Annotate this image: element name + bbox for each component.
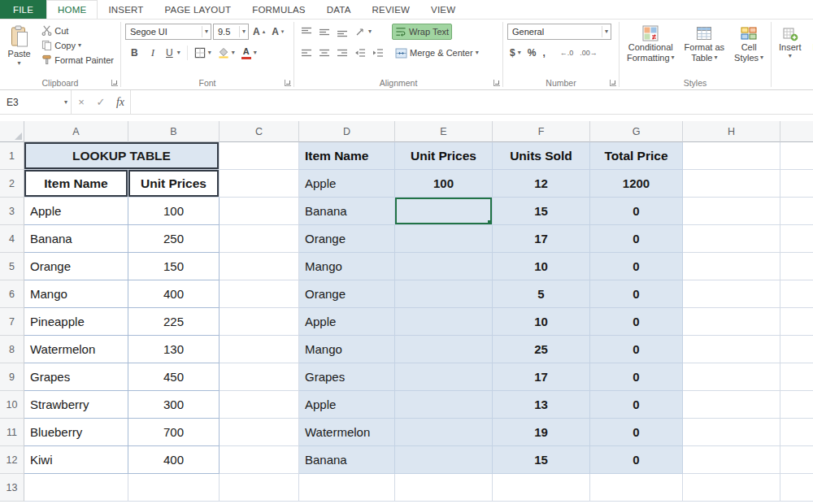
cell-G4[interactable]: 0 bbox=[590, 225, 683, 253]
cell-B4[interactable]: 250 bbox=[128, 225, 220, 253]
cell-A3[interactable]: Apple bbox=[24, 198, 128, 225]
decrease-indent-button[interactable] bbox=[352, 46, 368, 59]
cell-partial11[interactable] bbox=[780, 419, 813, 446]
align-bottom-button[interactable] bbox=[334, 25, 350, 38]
cell-partial13[interactable] bbox=[780, 474, 813, 502]
row-header-7[interactable]: 7 bbox=[0, 308, 24, 336]
cell-partial5[interactable] bbox=[780, 253, 813, 280]
number-format-select[interactable]: General ▾ bbox=[507, 24, 611, 40]
cell-G5[interactable]: 0 bbox=[590, 253, 683, 280]
italic-button[interactable]: I bbox=[146, 46, 160, 60]
cell-partial3[interactable] bbox=[780, 198, 813, 225]
cell-D4[interactable]: Orange bbox=[299, 225, 395, 253]
cell-G6[interactable]: 0 bbox=[590, 280, 683, 308]
cell-E13[interactable] bbox=[395, 474, 493, 502]
cell-G12[interactable]: 0 bbox=[590, 446, 683, 474]
cell-E2[interactable]: 100 bbox=[395, 170, 493, 198]
cell-partial9[interactable] bbox=[780, 363, 813, 391]
cell-C10[interactable] bbox=[220, 391, 299, 419]
percent-style-button[interactable]: % bbox=[525, 46, 539, 59]
cell-H10[interactable] bbox=[683, 391, 780, 419]
row-header-9[interactable]: 9 bbox=[0, 363, 24, 391]
cell-A11[interactable]: Blueberry bbox=[24, 419, 128, 446]
column-header-C[interactable]: C bbox=[220, 121, 299, 142]
cell-D10[interactable]: Apple bbox=[299, 391, 395, 419]
cell-B7[interactable]: 225 bbox=[128, 308, 220, 336]
cell-H12[interactable] bbox=[683, 446, 780, 474]
cell-partial12[interactable] bbox=[780, 446, 813, 474]
cancel-button[interactable]: × bbox=[72, 90, 91, 114]
cell-A6[interactable]: Mango bbox=[24, 280, 128, 308]
tab-data[interactable]: DATA bbox=[316, 0, 362, 19]
cell-B12[interactable]: 400 bbox=[128, 446, 220, 474]
align-left-button[interactable] bbox=[298, 46, 315, 59]
column-header-F[interactable]: F bbox=[493, 121, 590, 142]
cell-E10[interactable] bbox=[395, 391, 493, 419]
cell-H2[interactable] bbox=[683, 170, 780, 198]
cell-A12[interactable]: Kiwi bbox=[24, 446, 128, 474]
column-header-A[interactable]: A bbox=[24, 121, 128, 142]
cell-F3[interactable]: 15 bbox=[493, 198, 590, 225]
cell-D5[interactable]: Mango bbox=[299, 253, 395, 280]
alignment-dialog-launcher[interactable] bbox=[493, 80, 500, 86]
merge-center-button[interactable]: Merge & Center ▾ bbox=[393, 47, 481, 59]
increase-indent-button[interactable] bbox=[370, 46, 386, 59]
cell-styles-button[interactable]: Cell Styles▾ bbox=[731, 23, 767, 76]
cell-A5[interactable]: Orange bbox=[24, 253, 128, 280]
cell-partial7[interactable] bbox=[780, 308, 813, 336]
row-header-8[interactable]: 8 bbox=[0, 336, 24, 363]
cell-B11[interactable]: 700 bbox=[128, 419, 220, 446]
cell-D6[interactable]: Orange bbox=[299, 280, 395, 308]
comma-style-button[interactable]: , bbox=[540, 46, 547, 59]
cell-D8[interactable]: Mango bbox=[299, 336, 395, 363]
cell-B5[interactable]: 150 bbox=[128, 253, 220, 280]
cell-C2[interactable] bbox=[220, 170, 299, 198]
cell-F9[interactable]: 17 bbox=[493, 363, 590, 391]
bold-button[interactable]: B bbox=[125, 46, 144, 59]
cell-B10[interactable]: 300 bbox=[128, 391, 220, 419]
copy-button[interactable]: Copy ▾ bbox=[39, 39, 116, 51]
cell-G13[interactable] bbox=[590, 474, 683, 502]
cell-H6[interactable] bbox=[683, 280, 780, 308]
cell-F6[interactable]: 5 bbox=[493, 280, 590, 308]
borders-button[interactable]: ▾ bbox=[192, 46, 214, 59]
cell-H11[interactable] bbox=[683, 419, 780, 446]
cell-E11[interactable] bbox=[395, 419, 493, 446]
cell-G8[interactable]: 0 bbox=[590, 336, 683, 363]
cell-E7[interactable] bbox=[395, 308, 493, 336]
row-header-11[interactable]: 11 bbox=[0, 419, 24, 446]
tab-view[interactable]: VIEW bbox=[420, 0, 466, 19]
cell-partial10[interactable] bbox=[780, 391, 813, 419]
row-header-1[interactable]: 1 bbox=[0, 142, 24, 170]
cell-H9[interactable] bbox=[683, 363, 780, 391]
cell-G2[interactable]: 1200 bbox=[590, 170, 683, 198]
row-header-5[interactable]: 5 bbox=[0, 253, 24, 280]
cell-A9[interactable]: Grapes bbox=[24, 363, 128, 391]
cell-H13[interactable] bbox=[683, 474, 780, 502]
cell-D1[interactable]: Item Name bbox=[299, 142, 395, 170]
cell-E12[interactable] bbox=[395, 446, 493, 474]
cell-F10[interactable]: 13 bbox=[493, 391, 590, 419]
cell-H5[interactable] bbox=[683, 253, 780, 280]
cell-F11[interactable]: 19 bbox=[493, 419, 590, 446]
cell-D13[interactable] bbox=[299, 474, 395, 502]
number-dialog-launcher[interactable] bbox=[610, 80, 616, 86]
name-box[interactable]: E3 ▾ bbox=[0, 90, 72, 114]
select-all-corner[interactable] bbox=[0, 121, 24, 142]
row-header-10[interactable]: 10 bbox=[0, 391, 24, 419]
wrap-text-button[interactable]: Wrap Text bbox=[392, 24, 452, 40]
cell-B9[interactable]: 450 bbox=[128, 363, 220, 391]
format-as-table-button[interactable]: Format as Table▾ bbox=[681, 23, 728, 76]
cell-F8[interactable]: 25 bbox=[493, 336, 590, 363]
font-name-select[interactable]: Segoe UI ▾ bbox=[125, 24, 211, 40]
tab-file[interactable]: FILE bbox=[0, 0, 46, 19]
font-size-select[interactable]: 9.5 ▾ bbox=[213, 24, 249, 40]
row-header-12[interactable]: 12 bbox=[0, 446, 24, 474]
cell-G7[interactable]: 0 bbox=[590, 308, 683, 336]
cell-C7[interactable] bbox=[220, 308, 299, 336]
cell-C9[interactable] bbox=[220, 363, 299, 391]
column-header-B[interactable]: B bbox=[128, 121, 220, 142]
underline-button[interactable]: U▾ bbox=[162, 46, 183, 59]
cell-B8[interactable]: 130 bbox=[128, 336, 220, 363]
insert-function-button[interactable]: fx bbox=[111, 90, 130, 114]
